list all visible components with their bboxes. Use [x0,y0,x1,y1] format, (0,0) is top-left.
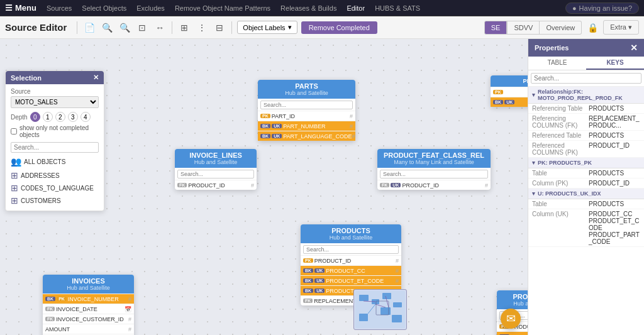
kv-referencing-table: Referencing Table PRODUCTS [528,104,644,114]
card-row: FK INVOICE_CUSTOMER_ID # [43,314,134,324]
tab-table[interactable]: TABLE [528,57,586,70]
zoom-in-icon[interactable]: 🔍 [100,21,114,35]
card-products-top: PRO... PK BK UK [491,75,528,107]
list-item-codes[interactable]: ⊞ CODES_TO_LANGUAGE [11,182,99,194]
kv-pk-column: Column (PK) PRODUCT_ID [528,178,644,189]
layout-icon[interactable]: ⊟ [213,21,226,35]
nav-hubs-sats[interactable]: HUBS & SATS [375,4,420,12]
nav-editor[interactable]: Editor [347,4,365,12]
card-row: BK UK PART_LANGUAGE_CODE # [258,131,355,141]
kv-referenced-columns: Referenced COLUMNS (PK) PRODUCT_ID [528,141,644,158]
list-item-customers[interactable]: ⊞ CUSTOMERS [11,194,99,207]
svg-rect-7 [359,314,368,321]
depth-btn-3[interactable]: 3 [68,112,78,122]
zoom-out-icon[interactable]: 🔍 [118,21,131,35]
source-select[interactable]: MOTO_SALES [11,96,99,108]
tab-se[interactable]: SE [484,21,508,35]
parts-search[interactable] [260,101,353,109]
kv-pk-table: Table PRODUCTS [528,168,644,178]
arrow-icon[interactable]: ↔ [153,21,167,35]
panel-search-input[interactable] [531,73,641,84]
page-title: Source Editor [5,22,67,33]
toolbar-separator-2 [172,21,172,34]
kv-uk-column: Column (UK) PRODUCT_CCPRODUCT_ET_CODEPRO… [528,209,644,247]
card-row: AMOUNT # [43,324,134,334]
depth-btn-1[interactable]: 1 [43,112,53,122]
properties-panel: Properties ✕ TABLE KEYS ▾ Relationship:F… [528,39,644,335]
card-row: PK PRODUCT_ID # [301,255,401,265]
kv-uk-table: Table PRODUCTS [528,199,644,209]
section-uk[interactable]: ▾ U: PRODUCTS_UK_IDX [528,189,644,199]
remove-completed-button[interactable]: Remove Completed [301,21,377,34]
card-row: BK PK INVOICE_NUMBER # [43,294,134,304]
selection-body: Source MOTO_SALES Depth 0 1 2 3 4 show o… [6,84,104,211]
customers-icon: ⊞ [11,195,18,206]
tab-keys[interactable]: KEYS [586,57,644,70]
issue-button[interactable]: ● Having an issue? [565,3,639,14]
nav-excludes[interactable]: Excludes [136,4,165,12]
nav-sources[interactable]: Sources [47,4,72,12]
card-invoices[interactable]: INVOICES Hub and Satellite BK PK INVOICE… [43,275,134,335]
lock-icon[interactable]: 🔒 [586,21,599,35]
fab-button[interactable]: ✉ [501,309,521,329]
customers-label: CUSTOMERS [21,197,61,204]
section-relationship[interactable]: ▾ Relationship:FK: MOTO_PROD_REPL_PROD_F… [528,87,644,104]
list-item-addresses[interactable]: ⊞ ADDRESSES [11,169,99,182]
selection-search[interactable] [11,142,99,153]
all-objects-icon: 👥 [11,157,21,167]
tab-sdvv[interactable]: SDVV [507,21,540,35]
selection-header: Selection ✕ [6,71,104,84]
card-row: BK UK PART_NUMBER # [258,121,355,131]
tab-overview[interactable]: Overview [540,21,582,35]
svg-rect-5 [393,302,402,307]
products-search[interactable] [303,245,399,254]
depth-btn-0[interactable]: 0 [30,112,40,122]
nav-remove-patterns[interactable]: Remove Object Name Patterns [175,4,270,12]
source-label: Source [11,88,99,95]
pfcr-search[interactable] [380,170,488,178]
codes-icon: ⊞ [11,183,18,193]
card-invoice-lines[interactable]: INVOICE_LINES Hub and Satellite FK PRODU… [175,149,257,190]
depth-btn-2[interactable]: 2 [55,112,65,122]
svg-rect-1 [359,295,369,301]
svg-rect-4 [380,307,391,315]
object-labels-button[interactable]: Object Labels ▾ [237,21,297,34]
addresses-icon: ⊞ [11,170,18,180]
menu-icon: ☰ [5,3,13,13]
nav-releases[interactable]: Releases & Builds [280,4,336,12]
codes-label: CODES_TO_LANGUAGE [21,185,94,192]
canvas[interactable]: Selection ✕ Source MOTO_SALES Depth 0 1 … [0,39,528,335]
section-pk[interactable]: ▾ PK: PRODUCTS_PK [528,158,644,168]
card-row: BK UK [491,97,528,107]
card-row: BK PRODUCT_FEATURE_CODE # [497,331,528,335]
main-area: Selection ✕ Source MOTO_SALES Depth 0 1 … [0,39,644,335]
fab-icon: ✉ [506,312,516,326]
all-objects-row[interactable]: 👥 ALL OBJECTS [11,157,99,167]
chevron-down-icon-2: ▾ [628,23,632,31]
file-icon[interactable]: 📄 [82,21,96,35]
card-row: BK UK PRODUCT_CC # [301,265,401,275]
invoice-lines-search[interactable] [177,170,254,178]
card-product-feat-class-rel[interactable]: PRODUCT_FEAT_CLASS_REL Many to Many Link… [377,149,491,190]
nav-select-objects[interactable]: Select Objects [82,4,126,12]
panel-content: ▾ Relationship:FK: MOTO_PROD_REPL_PROD_F… [528,87,644,335]
close-icon[interactable]: ✕ [93,74,99,82]
card-row: FK UK PRODUCT_ID # [377,180,491,190]
completed-checkbox[interactable] [11,128,17,135]
toolbar-separator-1 [77,21,77,34]
close-panel-icon[interactable]: ✕ [630,43,638,53]
extra-button[interactable]: Extra ▾ [603,20,639,35]
svg-rect-3 [382,293,391,299]
depth-btn-4[interactable]: 4 [80,112,91,122]
fit-icon[interactable]: ⊡ [135,21,149,35]
tree-icon[interactable]: ⋮ [195,21,209,35]
card-row: PK [491,87,528,97]
card-parts[interactable]: PARTS Hub and Satellite PK PART_ID # BK … [258,80,355,141]
depth-row: Depth 0 1 2 3 4 [11,112,99,122]
completed-label: show only not completed objects [19,124,99,138]
menu-button[interactable]: ☰ Menu [5,3,36,13]
addresses-label: ADDRESSES [21,172,60,179]
grid-icon[interactable]: ⊞ [177,21,191,35]
svg-rect-6 [392,315,402,322]
panel-search [528,70,644,87]
